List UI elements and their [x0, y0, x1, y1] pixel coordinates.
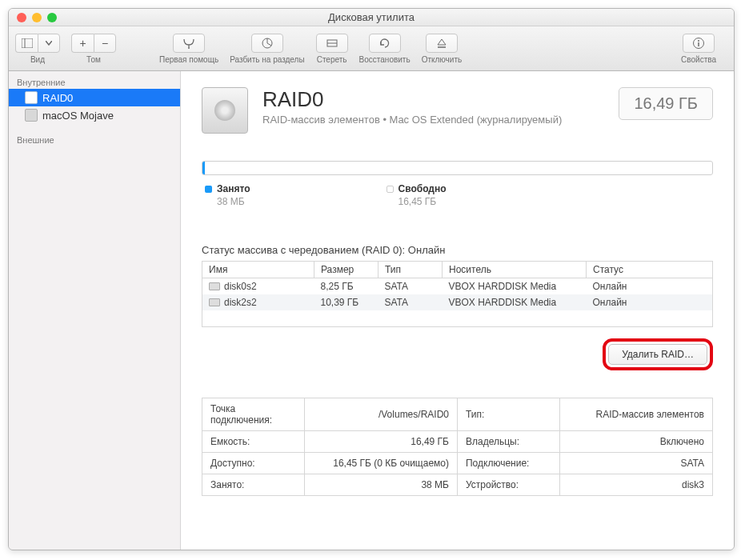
dot-free-icon [387, 186, 394, 193]
view-label: Вид [30, 55, 45, 64]
restore-button[interactable] [369, 34, 401, 53]
info-owners-key: Владельцы: [457, 431, 559, 453]
content-pane: RAID0 RAID-массив элементов • Mac OS Ext… [181, 71, 734, 550]
svg-point-8 [698, 40, 699, 42]
legend-used-label: Занято [217, 183, 250, 194]
sidebar-header-internal: Внутренние [9, 74, 180, 89]
legend-free: Свободно 16,45 ГБ [387, 183, 447, 207]
volume-size: 16,49 ГБ [619, 87, 713, 120]
partition-button[interactable] [251, 34, 283, 53]
info-device-key: Устройство: [457, 474, 559, 496]
disk-icon [209, 282, 220, 290]
info-used-key: Занято: [202, 474, 305, 496]
info-mount-key: Точка подключения: [202, 398, 305, 431]
toolbar: Вид + − Том Первая помощь Разбить на раз… [9, 26, 734, 71]
table-row[interactable]: disk2s2 10,39 ГБ SATA VBOX HARDDISK Medi… [202, 294, 713, 310]
sidebar-item-label: RAID0 [42, 92, 73, 104]
maximize-icon[interactable] [47, 13, 57, 22]
legend-free-label: Свободно [399, 183, 447, 194]
unmount-button[interactable] [426, 34, 458, 53]
raid-volume-icon [25, 91, 38, 104]
th-media[interactable]: Носитель [443, 262, 587, 278]
info-capacity-val: 16,49 ГБ [304, 431, 457, 453]
view-dropdown-button[interactable] [38, 34, 60, 53]
erase-button[interactable] [316, 34, 348, 53]
sidebar: Внутренние RAID0 macOS Mojave Внешние [9, 71, 181, 550]
eraser-icon [326, 38, 338, 49]
titlebar: Дисковая утилита [9, 9, 734, 26]
cell-name: disk2s2 [224, 297, 257, 308]
table-row-empty [202, 310, 713, 327]
volume-subtitle: RAID-массив элементов • Mac OS Extended … [262, 114, 562, 126]
eject-icon [436, 38, 447, 49]
table-row[interactable]: disk0s2 8,25 ГБ SATA VBOX HARDDISK Media… [202, 278, 713, 295]
pie-icon [261, 37, 274, 50]
svg-point-2 [188, 47, 190, 49]
cell-type: SATA [379, 278, 443, 295]
th-type[interactable]: Тип [379, 262, 443, 278]
info-icon [692, 37, 705, 50]
remove-volume-button[interactable]: − [94, 34, 116, 53]
restore-icon [379, 38, 391, 49]
window-title: Дисковая утилита [9, 11, 734, 23]
legend-used-value: 38 МБ [217, 196, 245, 207]
close-icon[interactable] [17, 13, 26, 22]
cell-size: 10,39 ГБ [314, 294, 379, 310]
info-label: Свойства [681, 55, 716, 64]
view-list-button[interactable] [15, 34, 38, 53]
stethoscope-icon [182, 38, 196, 49]
cell-media: VBOX HARDDISK Media [443, 294, 587, 310]
svg-rect-0 [22, 38, 33, 48]
chevron-down-icon [46, 41, 52, 46]
sidebar-item-macos[interactable]: macOS Mojave [9, 106, 180, 124]
info-conn-val: SATA [559, 453, 712, 474]
info-owners-val: Включено [559, 431, 712, 453]
th-name[interactable]: Имя [202, 262, 314, 278]
dot-used-icon [205, 186, 212, 193]
info-device-val: disk3 [559, 474, 712, 496]
info-mount-val: /Volumes/RAID0 [304, 398, 457, 431]
disk-icon [209, 298, 220, 306]
partition-label: Разбить на разделы [230, 55, 304, 64]
cell-type: SATA [379, 294, 443, 310]
info-conn-key: Подключение: [457, 453, 559, 474]
minimize-icon[interactable] [32, 13, 42, 22]
usage-bar [202, 161, 713, 175]
usage-fill-used [202, 162, 205, 174]
firstaid-button[interactable] [173, 34, 205, 53]
unmount-label: Отключить [422, 55, 463, 64]
info-type-key: Тип: [457, 398, 559, 431]
firstaid-label: Первая помощь [159, 55, 218, 64]
th-status[interactable]: Статус [587, 262, 713, 278]
volume-name: RAID0 [262, 87, 562, 112]
restore-label: Восстановить [359, 55, 411, 64]
cell-size: 8,25 ГБ [314, 278, 379, 295]
info-button[interactable] [683, 34, 715, 53]
sidebar-header-external: Внешние [9, 132, 180, 146]
disk-utility-window: Дисковая утилита Вид + − Том [8, 8, 735, 550]
cell-status: Онлайн [587, 294, 713, 310]
th-size[interactable]: Размер [314, 262, 379, 278]
delete-raid-button[interactable]: Удалить RAID… [608, 344, 707, 365]
info-used-val: 38 МБ [304, 474, 457, 496]
volume-icon [202, 87, 248, 134]
sidebar-item-raid0[interactable]: RAID0 [9, 89, 180, 106]
info-avail-val: 16,45 ГБ (0 КБ очищаемо) [304, 453, 457, 474]
volume-info-table: Точка подключения: /Volumes/RAID0 Тип: R… [202, 398, 713, 496]
highlight-annotation: Удалить RAID… [603, 338, 713, 370]
info-type-val: RAID-массив элементов [559, 398, 712, 431]
legend-used: Занято 38 МБ [205, 183, 250, 207]
add-volume-button[interactable]: + [71, 34, 94, 53]
volume-label: Том [86, 55, 101, 64]
raid-status-title: Статус массива с чередованием (RAID 0): … [202, 244, 713, 256]
cell-name: disk0s2 [224, 281, 257, 292]
info-avail-key: Доступно: [202, 453, 305, 474]
cell-media: VBOX HARDDISK Media [443, 278, 587, 295]
sidebar-item-label: macOS Mojave [42, 110, 114, 122]
legend-free-value: 16,45 ГБ [399, 196, 437, 207]
hdd-volume-icon [25, 109, 38, 122]
info-capacity-key: Емкость: [202, 431, 305, 453]
cell-status: Онлайн [587, 278, 713, 295]
raid-members-table: Имя Размер Тип Носитель Статус disk0s2 8… [202, 261, 713, 327]
sidebar-icon [22, 38, 33, 48]
